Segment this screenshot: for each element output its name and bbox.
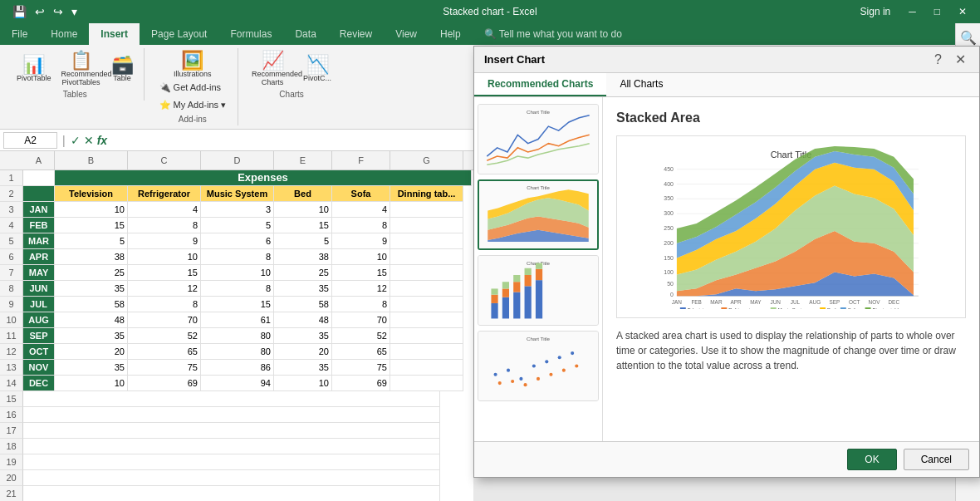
data-cell[interactable]: 15	[128, 265, 201, 281]
month-cell[interactable]: JUL	[23, 297, 55, 312]
data-cell[interactable]: 48	[274, 312, 332, 328]
cell-col-bed[interactable]: Bed	[274, 186, 332, 202]
month-cell[interactable]: JUN	[23, 281, 55, 297]
data-cell[interactable]: 8	[332, 218, 390, 233]
data-cell[interactable]: 5	[274, 233, 332, 249]
data-cell[interactable]: 35	[55, 328, 128, 344]
data-cell[interactable]: 5	[55, 233, 128, 249]
data-cell[interactable]: 70	[332, 312, 390, 328]
data-cell[interactable]: 58	[274, 297, 332, 312]
data-cell[interactable]: 25	[274, 265, 332, 281]
sign-in-btn[interactable]: Sign in	[854, 4, 898, 19]
data-cell[interactable]	[390, 376, 463, 391]
data-cell[interactable]: 35	[55, 360, 128, 376]
data-cell[interactable]: 10	[55, 202, 128, 218]
tab-review[interactable]: Review	[328, 23, 384, 45]
data-cell[interactable]: 75	[128, 360, 201, 376]
month-cell[interactable]: MAR	[23, 233, 55, 249]
maximize-btn[interactable]: □	[928, 4, 947, 19]
empty-cell[interactable]	[23, 439, 440, 454]
empty-cell[interactable]	[23, 470, 440, 486]
empty-cell[interactable]	[23, 454, 440, 470]
data-cell[interactable]: 10	[128, 249, 201, 265]
month-cell[interactable]: APR	[23, 249, 55, 265]
minimize-btn[interactable]: ─	[902, 4, 923, 19]
cell-col-fridge[interactable]: Refrigerator	[128, 186, 201, 202]
data-cell[interactable]: 9	[332, 233, 390, 249]
data-cell[interactable]: 8	[128, 297, 201, 312]
data-cell[interactable]: 4	[128, 202, 201, 218]
tab-data[interactable]: Data	[283, 23, 327, 45]
data-cell[interactable]: 3	[201, 202, 274, 218]
save-btn[interactable]: 💾	[10, 3, 29, 20]
empty-cell[interactable]	[23, 391, 440, 407]
cell-col-tv[interactable]: Television	[55, 186, 128, 202]
tab-tell-me[interactable]: 🔍 Tell me what you want to do	[473, 23, 634, 45]
data-cell[interactable]: 35	[55, 281, 128, 297]
cell-col-sofa[interactable]: Sofa	[332, 186, 390, 202]
cell-col-dining[interactable]: Dinning tab...	[390, 186, 463, 202]
illustrations-btn[interactable]: 🖼️ Illustrations	[170, 50, 215, 80]
data-cell[interactable]: 48	[55, 312, 128, 328]
data-cell[interactable]: 10	[201, 265, 274, 281]
data-cell[interactable]: 12	[128, 281, 201, 297]
my-addins-btn[interactable]: ⭐ My Add-ins ▾	[154, 97, 232, 113]
data-cell[interactable]: 61	[201, 312, 274, 328]
data-cell[interactable]: 80	[201, 328, 274, 344]
data-cell[interactable]: 20	[274, 344, 332, 360]
data-cell[interactable]	[390, 249, 463, 265]
data-cell[interactable]: 8	[201, 281, 274, 297]
data-cell[interactable]: 65	[332, 344, 390, 360]
data-cell[interactable]: 8	[332, 297, 390, 312]
data-cell[interactable]: 80	[201, 344, 274, 360]
pivot-table-btn[interactable]: 📊 PivotTable	[13, 54, 55, 84]
chart-thumbnail-bar[interactable]: Chart Title	[478, 255, 599, 326]
data-cell[interactable]: 20	[55, 344, 128, 360]
month-cell[interactable]: FEB	[23, 218, 55, 233]
chart-thumbnail-scatter[interactable]: Chart Title	[478, 331, 599, 401]
undo-btn[interactable]: ↩	[32, 3, 47, 20]
tab-all-charts[interactable]: All Charts	[606, 73, 676, 96]
data-cell[interactable]: 15	[332, 265, 390, 281]
data-cell[interactable]: 10	[332, 249, 390, 265]
data-cell[interactable]: 38	[274, 249, 332, 265]
cell-a1[interactable]	[23, 170, 55, 186]
ok-button[interactable]: OK	[847, 449, 896, 470]
data-cell[interactable]: 4	[332, 202, 390, 218]
cell-col-music[interactable]: Music System	[201, 186, 274, 202]
data-cell[interactable]: 65	[128, 344, 201, 360]
cell-title[interactable]: Expenses	[55, 170, 472, 186]
empty-cell[interactable]	[23, 423, 440, 439]
close-btn[interactable]: ✕	[952, 4, 973, 19]
month-cell[interactable]: JAN	[23, 202, 55, 218]
data-cell[interactable]	[390, 233, 463, 249]
cell-a2[interactable]	[23, 186, 55, 202]
data-cell[interactable]	[390, 344, 463, 360]
get-addins-btn[interactable]: 🔌 Get Add-ins	[154, 80, 232, 96]
tab-formulas[interactable]: Formulas	[218, 23, 283, 45]
data-cell[interactable]: 15	[201, 297, 274, 312]
cancel-button[interactable]: Cancel	[904, 449, 969, 470]
data-cell[interactable]: 94	[201, 376, 274, 391]
chart-thumbnail-line[interactable]: Chart Title	[478, 104, 599, 174]
data-cell[interactable]: 69	[128, 376, 201, 391]
data-cell[interactable]: 52	[332, 328, 390, 344]
data-cell[interactable]: 15	[274, 218, 332, 233]
data-cell[interactable]: 58	[55, 297, 128, 312]
data-cell[interactable]: 35	[274, 360, 332, 376]
month-cell[interactable]: DEC	[23, 376, 55, 391]
tab-view[interactable]: View	[384, 23, 429, 45]
data-cell[interactable]: 12	[332, 281, 390, 297]
search-icon[interactable]: 🔍	[960, 30, 977, 46]
data-cell[interactable]: 10	[55, 376, 128, 391]
month-cell[interactable]: SEP	[23, 328, 55, 344]
dialog-help-btn[interactable]: ?	[931, 52, 945, 67]
data-cell[interactable]: 15	[55, 218, 128, 233]
data-cell[interactable]	[390, 202, 463, 218]
recommended-pivottables-btn[interactable]: 📋 Recommended PivotTables	[58, 50, 105, 88]
fx-icon[interactable]: fx	[97, 134, 107, 147]
data-cell[interactable]: 8	[201, 249, 274, 265]
data-cell[interactable]	[390, 312, 463, 328]
data-cell[interactable]: 38	[55, 249, 128, 265]
data-cell[interactable]: 9	[128, 233, 201, 249]
